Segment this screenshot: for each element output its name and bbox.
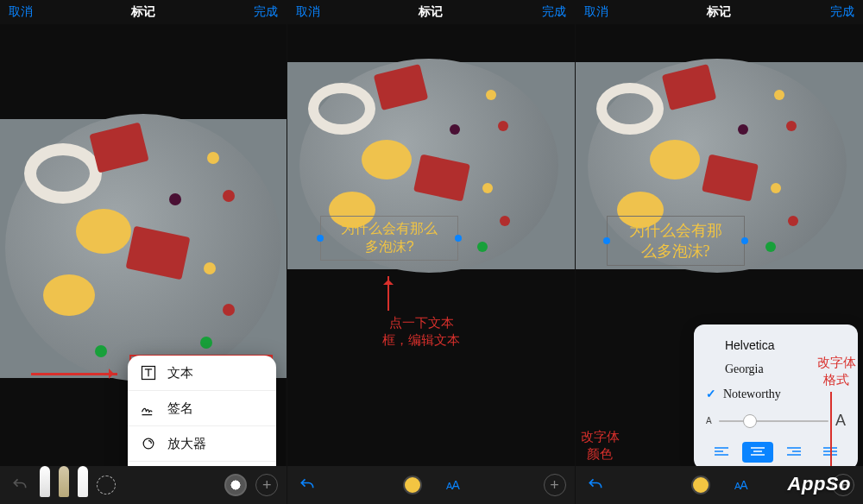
- photo-canvas[interactable]: 为什么会有那 么多泡沫? Helvetica Georgia ✓Notewort…: [576, 24, 863, 466]
- popup-text-button[interactable]: 文本: [128, 356, 276, 391]
- font-size-slider[interactable]: A A: [706, 406, 846, 438]
- align-center-button[interactable]: [742, 442, 773, 463]
- cancel-button[interactable]: 取消: [9, 4, 33, 20]
- screen-markup-3: 取消 标记 完成 为什么会有那 么多泡沫?: [576, 0, 863, 504]
- screen-markup-2: 取消 标记 完成 为什么会有那么 多泡沫?: [287, 0, 575, 504]
- textbox-line2: 多泡沫?: [365, 239, 414, 254]
- photo-canvas[interactable]: 为什么会有那么 多泡沫? 点一下文本 框，编辑文本: [287, 24, 574, 466]
- lasso-tool[interactable]: [97, 476, 116, 495]
- signature-icon: [140, 400, 157, 417]
- textbox-handle-right[interactable]: [741, 237, 748, 244]
- navbar: 取消 标记 完成: [0, 0, 287, 24]
- font-option-label: Georgia: [725, 362, 764, 376]
- popup-signature-button[interactable]: 签名: [128, 391, 276, 426]
- color-picker-button[interactable]: [403, 476, 422, 495]
- font-size-small-icon: A: [706, 416, 712, 425]
- popup-signature-label: 签名: [167, 400, 193, 417]
- annotation-change-color: 改字体 颜色: [581, 428, 620, 463]
- annotation-change-format: 改字体 格式: [817, 354, 856, 389]
- markup-toolbar: AA +: [576, 466, 863, 504]
- annotation-arrow: [31, 373, 117, 375]
- align-right-button[interactable]: [778, 442, 809, 463]
- editable-text-box[interactable]: 为什么会有那么 多泡沫?: [320, 216, 458, 261]
- navbar: 取消 标记 完成: [576, 0, 863, 24]
- nav-title: 标记: [707, 4, 731, 20]
- color-picker-button[interactable]: [691, 476, 710, 495]
- markup-toolbar: +: [0, 466, 287, 504]
- textbox-handle-left[interactable]: [603, 237, 610, 244]
- font-size-large-icon: A: [835, 412, 846, 430]
- nav-title: 标记: [131, 4, 155, 20]
- magnifier-icon: [140, 435, 157, 452]
- align-left-button[interactable]: [706, 442, 737, 463]
- add-button[interactable]: +: [255, 474, 278, 496]
- font-option-label: Helvetica: [725, 338, 775, 352]
- markup-toolbar: AAAA +: [287, 466, 574, 504]
- textbox-line2: 么多泡沫?: [641, 243, 710, 260]
- pen-tool-1[interactable]: [40, 466, 50, 497]
- annotation-arrow: [387, 276, 389, 311]
- add-button[interactable]: +: [544, 474, 566, 496]
- editable-text-box[interactable]: 为什么会有那 么多泡沫?: [607, 216, 745, 266]
- slider-knob[interactable]: [743, 414, 757, 428]
- textbox-line1: 为什么会有那: [629, 222, 722, 239]
- textbox-handle-left[interactable]: [317, 235, 324, 242]
- add-button[interactable]: +: [832, 474, 854, 496]
- pen-tool-3[interactable]: [78, 466, 88, 497]
- nav-title: 标记: [419, 4, 443, 20]
- slider-track[interactable]: [719, 420, 828, 422]
- cancel-button[interactable]: 取消: [296, 4, 320, 20]
- cancel-button[interactable]: 取消: [584, 4, 608, 20]
- textbox-line1: 为什么会有那么: [341, 221, 438, 236]
- annotation-tap-edit: 点一下文本 框，编辑文本: [382, 314, 460, 350]
- font-option-label: Noteworthy: [723, 387, 781, 401]
- undo-button[interactable]: [9, 474, 31, 496]
- text-format-button[interactable]: AA: [734, 478, 747, 492]
- done-button[interactable]: 完成: [830, 4, 854, 20]
- color-picker-button[interactable]: [224, 474, 247, 496]
- undo-button[interactable]: [584, 474, 607, 496]
- text-icon: [140, 364, 157, 381]
- popup-text-label: 文本: [167, 365, 193, 381]
- screen-markup-1: 取消 标记 完成: [0, 0, 287, 504]
- svg-point-1: [143, 438, 154, 449]
- popup-magnifier-button[interactable]: 放大器: [128, 426, 276, 462]
- popup-magnifier-label: 放大器: [167, 436, 206, 452]
- text-format-button[interactable]: AAAA: [446, 478, 459, 492]
- navbar: 取消 标记 完成: [287, 0, 574, 24]
- pen-tool-2[interactable]: [59, 466, 69, 497]
- font-format-panel: Helvetica Georgia ✓Noteworthy A A: [694, 324, 858, 469]
- checkmark-icon: ✓: [706, 387, 716, 401]
- undo-button[interactable]: [296, 474, 318, 496]
- done-button[interactable]: 完成: [254, 4, 278, 20]
- text-align-segment: [706, 438, 846, 463]
- done-button[interactable]: 完成: [542, 4, 566, 20]
